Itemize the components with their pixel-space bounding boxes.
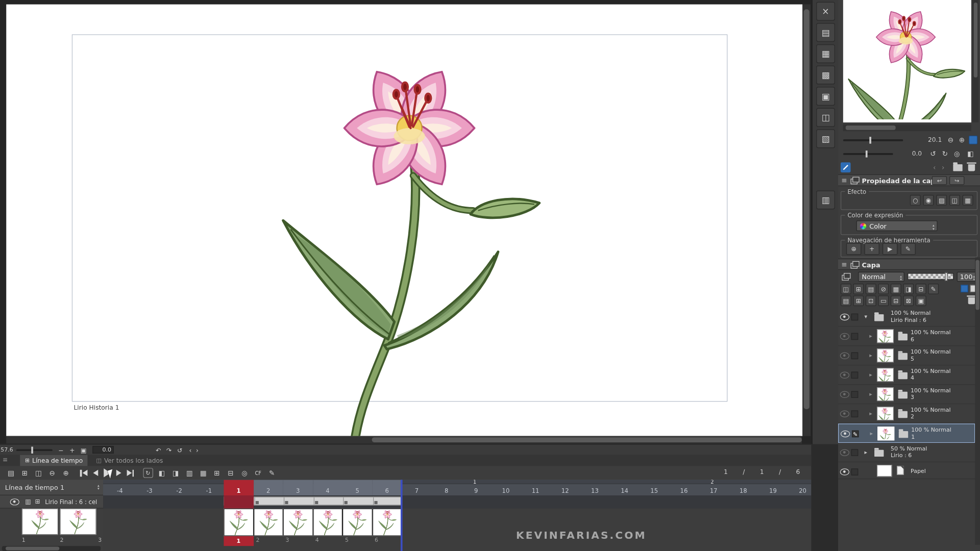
set-color-blue-swatch[interactable]: [961, 285, 968, 292]
layer-visibility-eye-icon[interactable]: [840, 410, 849, 416]
skip-end-button[interactable]: [127, 469, 134, 476]
layer-tool-r1-8[interactable]: ✎: [928, 284, 939, 294]
layer-edit-target-box[interactable]: [851, 353, 858, 359]
layer-edit-target-box[interactable]: [851, 314, 858, 320]
layer-visibility-eye-icon[interactable]: [840, 314, 849, 320]
track-cel-thumbnail-2[interactable]: [60, 509, 96, 535]
delete-settings-trash-icon[interactable]: [968, 164, 975, 171]
layer-row-3[interactable]: ▸100 % Normal3: [838, 385, 975, 404]
ruler-frame--3[interactable]: -3: [135, 480, 164, 495]
layer-edit-target-box[interactable]: [851, 410, 858, 417]
ruler-frame-12[interactable]: 12: [550, 480, 580, 495]
prev-frame-button[interactable]: [93, 470, 98, 476]
track-visibility-eye-icon[interactable]: [10, 498, 19, 505]
ruler-frame-2[interactable]: 2: [254, 480, 283, 495]
hatch-icon[interactable]: ▧: [816, 129, 835, 148]
layer-tool-r1-7[interactable]: ⊟: [916, 284, 926, 294]
blend-mode-dropdown[interactable]: Normal ▴▾: [858, 272, 904, 282]
effect-icon-3[interactable]: ▨: [936, 195, 947, 206]
navigator-rotate-slider[interactable]: [843, 153, 893, 155]
timeline-menu-icon[interactable]: ≡: [3, 456, 8, 463]
navigator-zoom-in-icon[interactable]: ⊕: [957, 135, 967, 145]
timeline-list-icon[interactable]: ▤: [6, 468, 15, 478]
onion-after-icon[interactable]: ◨: [171, 468, 180, 478]
light-table-icon[interactable]: ▦: [199, 468, 208, 478]
effect-icon-5[interactable]: ▦: [963, 195, 973, 206]
ruler-frame-4[interactable]: 4: [313, 480, 342, 495]
layer-expand-chevron-icon[interactable]: ▸: [869, 353, 872, 359]
ruler-frame-1[interactable]: 1: [224, 480, 253, 495]
edit-timeline-icon[interactable]: ✎: [267, 468, 277, 478]
tab-linea-de-tiempo[interactable]: ⊞ Línea de tiempo: [20, 455, 88, 466]
timeline-cel-thumbnail-3[interactable]: [283, 509, 313, 536]
tone-icon[interactable]: ▩: [816, 66, 835, 85]
zoom-out-button[interactable]: −: [56, 445, 65, 454]
canvas-vertical-scrollbar[interactable]: [802, 5, 811, 436]
tool-nav-icon-2[interactable]: +: [864, 243, 879, 255]
timeline-cel-thumbnail-6[interactable]: [372, 509, 402, 536]
rotate-reset-icon[interactable]: ◎: [952, 148, 962, 159]
redo-button[interactable]: ↷: [164, 445, 174, 454]
ruler-frame-7[interactable]: 7: [402, 480, 431, 495]
tool-nav-icon-4[interactable]: ✎: [900, 243, 915, 255]
layer-tool-r1-6[interactable]: ◨: [903, 284, 914, 294]
effect-icon-2[interactable]: ◉: [923, 195, 934, 206]
ruler-frame-10[interactable]: 10: [491, 480, 521, 495]
onion-settings-icon[interactable]: ▥: [185, 468, 194, 478]
material-icon[interactable]: ▤: [816, 23, 835, 42]
header-collapse-button[interactable]: ↩: [932, 176, 947, 185]
cel-format-icon[interactable]: CF: [254, 468, 263, 478]
layer-row-Lirio-Final-6[interactable]: ▾100 % NormalLirio Final : 6: [838, 307, 975, 327]
layer-edit-target-box[interactable]: [851, 391, 858, 398]
grid-icon[interactable]: ▦: [816, 44, 835, 63]
layer-expand-chevron-icon[interactable]: ▸: [864, 449, 867, 455]
ruler-frame-18[interactable]: 18: [728, 480, 758, 495]
ruler-frame--2[interactable]: -2: [164, 480, 194, 495]
layer-expand-chevron-icon[interactable]: ▸: [869, 372, 872, 378]
zoom-in-icon[interactable]: ⊕: [61, 468, 70, 478]
layer-edit-target-box[interactable]: [851, 449, 858, 456]
canvas-horizontal-scrollbar[interactable]: [6, 436, 802, 444]
panel-menu-icon[interactable]: ≡: [841, 261, 847, 269]
layer-edit-target-box[interactable]: [851, 468, 858, 475]
layer-row-6[interactable]: ▸100 % Normal6: [838, 327, 975, 346]
track-header[interactable]: ▥ ⊞ Lirio Final : 6 : cel: [0, 495, 103, 509]
tab-ver-todos-los-lados[interactable]: ◫ Ver todos los lados: [91, 455, 168, 466]
layout-b-icon[interactable]: ◫: [34, 468, 43, 478]
layer-tool-r1-1[interactable]: ◫: [841, 284, 851, 294]
flip-horizontal-icon[interactable]: ◧: [966, 148, 976, 159]
layer-thumbnail[interactable]: [877, 368, 894, 382]
paper-thumbnail[interactable]: [877, 465, 892, 477]
layer-tool-r2-1[interactable]: ▤: [841, 295, 851, 306]
ruler-frame-14[interactable]: 14: [609, 480, 639, 495]
cel-slot-6[interactable]: [373, 497, 402, 505]
save-settings-folder-icon[interactable]: [953, 164, 962, 171]
rotate-cw-icon[interactable]: ↻: [940, 148, 950, 159]
layer-row-4[interactable]: ▸100 % Normal4: [838, 365, 975, 385]
timeline-left-scrollbar[interactable]: [2, 546, 101, 551]
canvas-zoom-slider[interactable]: [16, 449, 53, 451]
opacity-value-box[interactable]: 100 ▴▾: [957, 272, 977, 282]
layer-expand-chevron-icon[interactable]: ▸: [869, 333, 872, 339]
ruler-frame-5[interactable]: 5: [342, 480, 372, 495]
navigator-preview[interactable]: [843, 0, 971, 122]
fit-to-screen-icon[interactable]: [969, 136, 977, 144]
timeline-cel-thumbnail-4[interactable]: [313, 509, 342, 536]
delete-frame-icon[interactable]: ⊟: [226, 468, 235, 478]
expression-color-dropdown[interactable]: Color ▴▾: [856, 220, 938, 231]
layer-visibility-eye-icon[interactable]: [840, 353, 849, 359]
timeline-cel-thumbnail-1[interactable]: [224, 509, 253, 536]
navigator-vertical-scrollbar[interactable]: [972, 0, 978, 122]
layer-tool-r2-4[interactable]: ▭: [878, 295, 889, 306]
layer-row-Lirio-6[interactable]: ▸50 % NormalLirio : 6: [838, 443, 975, 462]
onion-before-icon[interactable]: ◧: [157, 468, 166, 478]
layer-tool-r1-5[interactable]: ▦: [891, 284, 901, 294]
layout-a-icon[interactable]: ⊞: [20, 468, 29, 478]
layer-visibility-eye-icon[interactable]: [840, 333, 849, 339]
ruler-frame-20[interactable]: 20: [788, 480, 811, 495]
layer-thumbnail[interactable]: [877, 387, 894, 401]
close-panel-icon[interactable]: ×: [816, 2, 835, 21]
fit-view-button[interactable]: ▣: [79, 445, 88, 454]
tool-nav-icon-1[interactable]: ⊕: [846, 243, 861, 255]
ruler-frame-11[interactable]: 11: [521, 480, 550, 495]
